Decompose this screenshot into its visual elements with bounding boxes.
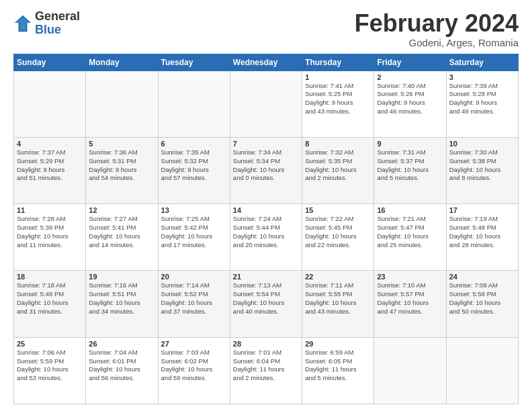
day-info: Sunrise: 7:32 AM Sunset: 5:35 PM Dayligh… (305, 148, 371, 183)
day-number: 2 (377, 73, 443, 81)
day-info: Sunrise: 7:28 AM Sunset: 5:39 PM Dayligh… (17, 215, 83, 249)
calendar-cell: 21Sunrise: 7:13 AM Sunset: 5:54 PM Dayli… (230, 271, 302, 337)
day-number: 10 (449, 140, 515, 148)
week-row-1: 4Sunrise: 7:37 AM Sunset: 5:29 PM Daylig… (14, 137, 519, 203)
calendar-cell: 22Sunrise: 7:11 AM Sunset: 5:55 PM Dayli… (302, 271, 374, 337)
calendar-cell: 27Sunrise: 7:03 AM Sunset: 6:02 PM Dayli… (158, 337, 230, 404)
month-title: February 2024 (355, 10, 519, 37)
day-number: 8 (305, 140, 371, 148)
day-info: Sunrise: 7:18 AM Sunset: 5:49 PM Dayligh… (17, 281, 83, 316)
day-number: 19 (89, 273, 154, 281)
calendar-cell: 3Sunrise: 7:39 AM Sunset: 5:28 PM Daylig… (446, 71, 518, 137)
calendar-cell: 10Sunrise: 7:30 AM Sunset: 5:38 PM Dayli… (446, 137, 518, 203)
day-info: Sunrise: 7:39 AM Sunset: 5:28 PM Dayligh… (449, 82, 515, 116)
logo: General Blue (13, 10, 80, 37)
week-row-3: 18Sunrise: 7:18 AM Sunset: 5:49 PM Dayli… (14, 271, 519, 337)
calendar-cell (158, 71, 230, 137)
calendar-cell: 28Sunrise: 7:01 AM Sunset: 6:04 PM Dayli… (230, 337, 302, 404)
day-number: 28 (233, 340, 299, 348)
day-number: 5 (89, 140, 154, 148)
day-info: Sunrise: 7:19 AM Sunset: 5:48 PM Dayligh… (449, 215, 515, 249)
day-info: Sunrise: 7:30 AM Sunset: 5:38 PM Dayligh… (449, 148, 515, 183)
day-info: Sunrise: 6:59 AM Sunset: 6:05 PM Dayligh… (305, 349, 371, 383)
col-sunday: Sunday (14, 54, 86, 71)
day-info: Sunrise: 7:41 AM Sunset: 5:25 PM Dayligh… (305, 82, 371, 116)
day-number: 24 (449, 273, 515, 281)
day-info: Sunrise: 7:10 AM Sunset: 5:57 PM Dayligh… (377, 281, 443, 316)
calendar-cell: 12Sunrise: 7:27 AM Sunset: 5:41 PM Dayli… (86, 204, 158, 271)
calendar-cell: 25Sunrise: 7:06 AM Sunset: 5:59 PM Dayli… (14, 337, 86, 404)
calendar-cell (230, 71, 302, 137)
day-info: Sunrise: 7:03 AM Sunset: 6:02 PM Dayligh… (161, 349, 227, 383)
calendar-cell (446, 337, 518, 404)
col-thursday: Thursday (302, 54, 374, 71)
day-number: 11 (17, 206, 83, 214)
day-info: Sunrise: 7:01 AM Sunset: 6:04 PM Dayligh… (233, 349, 299, 383)
day-number: 7 (233, 140, 299, 148)
day-info: Sunrise: 7:13 AM Sunset: 5:54 PM Dayligh… (233, 281, 299, 316)
calendar-header: Sunday Monday Tuesday Wednesday Thursday… (14, 54, 519, 71)
calendar-cell: 17Sunrise: 7:19 AM Sunset: 5:48 PM Dayli… (446, 204, 518, 271)
day-info: Sunrise: 7:21 AM Sunset: 5:47 PM Dayligh… (377, 215, 443, 249)
day-number: 27 (161, 340, 227, 348)
day-info: Sunrise: 7:11 AM Sunset: 5:55 PM Dayligh… (305, 281, 371, 316)
calendar-cell: 6Sunrise: 7:35 AM Sunset: 5:32 PM Daylig… (158, 137, 230, 203)
week-row-0: 1Sunrise: 7:41 AM Sunset: 5:25 PM Daylig… (14, 71, 519, 137)
calendar-cell: 29Sunrise: 6:59 AM Sunset: 6:05 PM Dayli… (302, 337, 374, 404)
day-info: Sunrise: 7:16 AM Sunset: 5:51 PM Dayligh… (89, 281, 154, 316)
day-number: 26 (89, 340, 154, 348)
day-number: 4 (17, 140, 83, 148)
calendar-table: Sunday Monday Tuesday Wednesday Thursday… (13, 54, 519, 404)
day-number: 15 (305, 206, 371, 214)
calendar-cell: 19Sunrise: 7:16 AM Sunset: 5:51 PM Dayli… (86, 271, 158, 337)
day-number: 20 (161, 273, 227, 281)
calendar-cell (14, 71, 86, 137)
calendar-cell: 23Sunrise: 7:10 AM Sunset: 5:57 PM Dayli… (374, 271, 446, 337)
day-info: Sunrise: 7:27 AM Sunset: 5:41 PM Dayligh… (89, 215, 154, 249)
day-number: 16 (377, 206, 443, 214)
logo-icon (13, 14, 32, 33)
calendar-body: 1Sunrise: 7:41 AM Sunset: 5:25 PM Daylig… (14, 71, 519, 404)
calendar-cell: 1Sunrise: 7:41 AM Sunset: 5:25 PM Daylig… (302, 71, 374, 137)
day-info: Sunrise: 7:25 AM Sunset: 5:42 PM Dayligh… (161, 215, 227, 249)
day-info: Sunrise: 7:04 AM Sunset: 6:01 PM Dayligh… (89, 349, 154, 383)
day-info: Sunrise: 7:40 AM Sunset: 5:26 PM Dayligh… (377, 82, 443, 116)
calendar-cell: 15Sunrise: 7:22 AM Sunset: 5:45 PM Dayli… (302, 204, 374, 271)
day-number: 22 (305, 273, 371, 281)
day-number: 13 (161, 206, 227, 214)
day-number: 18 (17, 273, 83, 281)
day-info: Sunrise: 7:35 AM Sunset: 5:32 PM Dayligh… (161, 148, 227, 183)
title-block: February 2024 Godeni, Arges, Romania (355, 10, 519, 48)
day-info: Sunrise: 7:22 AM Sunset: 5:45 PM Dayligh… (305, 215, 371, 249)
day-info: Sunrise: 7:08 AM Sunset: 5:58 PM Dayligh… (449, 281, 515, 316)
calendar-cell: 18Sunrise: 7:18 AM Sunset: 5:49 PM Dayli… (14, 271, 86, 337)
col-tuesday: Tuesday (158, 54, 230, 71)
day-number: 3 (449, 73, 515, 81)
day-info: Sunrise: 7:31 AM Sunset: 5:37 PM Dayligh… (377, 148, 443, 183)
calendar-cell: 26Sunrise: 7:04 AM Sunset: 6:01 PM Dayli… (86, 337, 158, 404)
calendar-cell (374, 337, 446, 404)
day-number: 12 (89, 206, 154, 214)
day-number: 9 (377, 140, 443, 148)
logo-text: General Blue (35, 10, 80, 37)
col-saturday: Saturday (446, 54, 518, 71)
day-number: 14 (233, 206, 299, 214)
col-wednesday: Wednesday (230, 54, 302, 71)
day-info: Sunrise: 7:37 AM Sunset: 5:29 PM Dayligh… (17, 148, 83, 183)
calendar-cell: 14Sunrise: 7:24 AM Sunset: 5:44 PM Dayli… (230, 204, 302, 271)
week-row-4: 25Sunrise: 7:06 AM Sunset: 5:59 PM Dayli… (14, 337, 519, 404)
calendar-cell: 7Sunrise: 7:34 AM Sunset: 5:34 PM Daylig… (230, 137, 302, 203)
day-info: Sunrise: 7:06 AM Sunset: 5:59 PM Dayligh… (17, 349, 83, 383)
header: General Blue February 2024 Godeni, Arges… (13, 10, 519, 48)
day-number: 17 (449, 206, 515, 214)
day-number: 6 (161, 140, 227, 148)
week-row-2: 11Sunrise: 7:28 AM Sunset: 5:39 PM Dayli… (14, 204, 519, 271)
day-number: 29 (305, 340, 371, 348)
calendar-cell: 2Sunrise: 7:40 AM Sunset: 5:26 PM Daylig… (374, 71, 446, 137)
col-monday: Monday (86, 54, 158, 71)
header-row: Sunday Monday Tuesday Wednesday Thursday… (14, 54, 519, 71)
calendar-cell: 4Sunrise: 7:37 AM Sunset: 5:29 PM Daylig… (14, 137, 86, 203)
calendar-cell: 11Sunrise: 7:28 AM Sunset: 5:39 PM Dayli… (14, 204, 86, 271)
calendar-cell: 20Sunrise: 7:14 AM Sunset: 5:52 PM Dayli… (158, 271, 230, 337)
calendar-cell (86, 71, 158, 137)
